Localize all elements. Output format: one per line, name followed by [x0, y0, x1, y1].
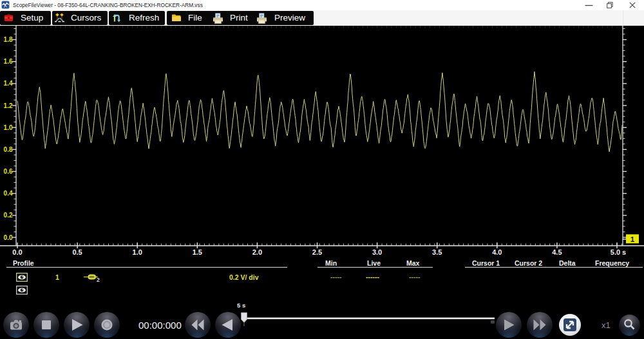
svg-text:0.4: 0.4: [4, 190, 13, 197]
svg-text:0.8: 0.8: [4, 146, 13, 153]
time-display: 00:00:000: [138, 320, 182, 331]
channel1-number: 1: [55, 273, 59, 281]
setup-label: Setup: [21, 13, 43, 23]
scope-file-viewer-window: ScopeFileViewer - 08-F350-64L-CRANKING-B…: [0, 0, 644, 339]
svg-text:0.5: 0.5: [72, 248, 82, 256]
channel1-visibility-toggle[interactable]: [16, 273, 28, 282]
close-button[interactable]: [623, 0, 642, 10]
print-label[interactable]: Print: [230, 13, 248, 23]
cursors-label: Cursors: [71, 13, 101, 23]
min-header: Min: [325, 259, 337, 267]
svg-text:0.6: 0.6: [4, 168, 13, 175]
magnifier-icon: [619, 315, 640, 336]
file-label[interactable]: File: [188, 13, 202, 23]
printer-icon-preview: [256, 13, 267, 24]
app-icon: [1, 1, 10, 9]
cursors-button[interactable]: Cursors: [52, 11, 108, 25]
svg-text:5.0 s: 5.0 s: [611, 248, 626, 256]
play-button[interactable]: [64, 312, 90, 338]
expand-icon: [559, 314, 581, 336]
profile-panel: Profile Min Live Max Cursor 1 Cursor 2 D…: [0, 257, 644, 300]
svg-text:1.4: 1.4: [4, 80, 13, 87]
svg-text:2.0: 2.0: [252, 248, 262, 256]
settings-button[interactable]: [3, 312, 29, 338]
double-chevron-left-icon: [185, 312, 211, 338]
svg-text:1.0: 1.0: [4, 124, 13, 131]
triangle-right-icon: [496, 312, 522, 338]
skip-forward-button[interactable]: [527, 312, 553, 338]
panel-divider: [623, 10, 623, 26]
window-size-label: 5 s: [237, 302, 245, 309]
refresh-label: Refresh: [129, 13, 159, 23]
restore-button[interactable]: [600, 0, 620, 10]
stop-button[interactable]: [33, 312, 59, 338]
stats-underline: [317, 267, 433, 268]
camera-icon: [3, 312, 29, 338]
svg-text:0.0: 0.0: [4, 234, 13, 241]
play-icon: [64, 312, 90, 338]
svg-text:4.5: 4.5: [552, 248, 562, 256]
svg-text:1.2: 1.2: [4, 102, 13, 109]
probe-subscript: 2: [97, 277, 100, 282]
cursors-icon: [54, 13, 65, 23]
max-header: Max: [406, 259, 419, 267]
waveform-chart: 0.00.51.01.52.02.53.03.54.04.55.0 s0.00.…: [0, 26, 644, 257]
minimize-button[interactable]: [579, 0, 598, 10]
cursor2-header: Cursor 2: [515, 259, 542, 267]
refresh-icon: [111, 13, 122, 23]
title-bar: ScopeFileViewer - 08-F350-64L-CRANKING-B…: [0, 0, 644, 10]
preview-label[interactable]: Preview: [274, 13, 305, 23]
record-icon: [94, 312, 120, 338]
svg-text:4.0: 4.0: [492, 248, 502, 256]
refresh-button[interactable]: Refresh: [109, 11, 165, 25]
position-slider[interactable]: [238, 311, 498, 328]
svg-text:3.5: 3.5: [432, 248, 442, 256]
profile-underline: [6, 267, 287, 268]
file-print-preview-group: File Print Preview: [167, 11, 314, 25]
skip-back-button[interactable]: [185, 312, 211, 338]
folder-icon: [171, 14, 182, 23]
scope-plot[interactable]: 0.00.51.01.52.02.53.03.54.04.55.0 s0.00.…: [0, 26, 644, 257]
close-icon: [629, 2, 636, 8]
svg-text:1.6: 1.6: [4, 58, 13, 65]
double-chevron-right-icon: [527, 312, 553, 338]
svg-text:0.0: 0.0: [12, 248, 22, 256]
record-button[interactable]: [94, 312, 120, 338]
toolbar: Setup Cursors Refresh: [0, 10, 644, 26]
svg-text:3.0: 3.0: [372, 248, 382, 256]
slider-end-marker: [491, 320, 495, 324]
profile-title: Profile: [13, 259, 34, 267]
zoom-level-label: x1: [601, 320, 611, 330]
probe-icon[interactable]: 2: [84, 273, 100, 282]
minimize-icon: [585, 2, 593, 8]
channel-badge-label: 1: [630, 235, 635, 243]
live-header: Live: [367, 259, 381, 267]
svg-text:2.5: 2.5: [312, 248, 322, 256]
toolbox-icon: [4, 13, 14, 23]
step-forward-button[interactable]: [496, 312, 522, 338]
channel1-max: -----: [409, 273, 420, 280]
stop-icon: [33, 312, 59, 338]
setup-button[interactable]: Setup: [0, 11, 51, 25]
cursor1-header: Cursor 1: [472, 259, 500, 267]
delta-header: Delta: [559, 259, 576, 267]
channel1-min: -----: [330, 273, 341, 280]
printer-icon-print: [213, 13, 223, 24]
triangle-left-icon: [215, 312, 241, 338]
slider-track[interactable]: [246, 318, 495, 320]
fit-screen-button[interactable]: [559, 314, 581, 336]
zoom-button[interactable]: [619, 315, 640, 336]
svg-text:1.8: 1.8: [4, 36, 13, 43]
channel2-visibility-toggle[interactable]: [16, 286, 28, 295]
svg-text:1.0: 1.0: [133, 248, 142, 256]
window-title: ScopeFileViewer - 08-F350-64L-CRANKING-B…: [13, 2, 203, 8]
cursors-underline: [465, 267, 643, 268]
transport-bar: 00:00:000 5 s: [0, 300, 644, 339]
step-back-button[interactable]: [215, 312, 241, 338]
frequency-header: Frequency: [595, 259, 629, 267]
slider-thumb[interactable]: [242, 313, 247, 323]
restore-icon: [607, 2, 613, 8]
channel1-live: ------: [366, 273, 379, 280]
svg-text:1.5: 1.5: [193, 248, 202, 256]
svg-text:0.2: 0.2: [4, 212, 13, 219]
